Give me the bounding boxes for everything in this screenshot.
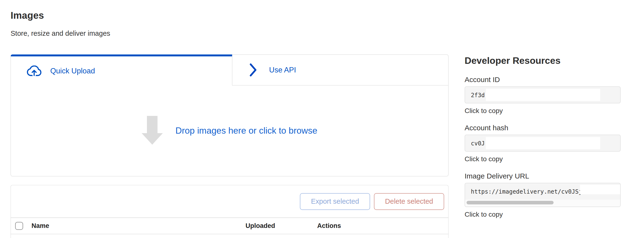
image-list-card: Export selected Delete selected Name Upl…	[10, 185, 448, 238]
chevron-right-icon	[250, 63, 256, 77]
developer-resources-panel: Developer Resources Account ID 2f3d Clic…	[464, 0, 621, 219]
select-all-checkbox[interactable]	[15, 222, 23, 230]
tab-quick-upload[interactable]: Quick Upload	[10, 54, 232, 85]
redaction-overlay	[486, 89, 600, 101]
account-hash-label: Account hash	[464, 123, 621, 132]
account-id-field[interactable]: 2f3d	[464, 86, 621, 103]
dropzone-text: Drop images here or click to browse	[175, 126, 317, 136]
image-delivery-url-label: Image Delivery URL	[464, 172, 621, 180]
column-header-uploaded: Uploaded	[246, 222, 317, 230]
export-selected-button[interactable]: Export selected	[300, 193, 370, 210]
tab-quick-upload-label: Quick Upload	[50, 67, 95, 75]
tab-use-api-label: Use API	[269, 66, 296, 74]
url-clipped-fragment: :	[620, 183, 621, 200]
redaction-overlay	[486, 137, 600, 149]
account-id-value: 2f3d	[471, 87, 485, 103]
account-hash-value: cv0J	[471, 135, 485, 152]
images-page: Images Store, resize and deliver images	[0, 0, 644, 238]
account-id-copy-hint: Click to copy	[464, 107, 621, 115]
tab-use-api[interactable]: Use API	[232, 54, 448, 85]
redaction-overlay	[580, 185, 620, 194]
horizontal-scrollbar	[465, 200, 620, 207]
account-hash-field[interactable]: cv0J	[464, 135, 621, 152]
cloud-upload-icon	[26, 66, 42, 77]
column-header-actions: Actions	[317, 222, 448, 230]
down-arrow-icon	[142, 116, 163, 146]
page-title: Images	[10, 9, 448, 21]
delete-selected-button[interactable]: Delete selected	[374, 193, 444, 210]
developer-resources-heading: Developer Resources	[464, 55, 621, 66]
column-header-name: Name	[32, 222, 246, 230]
scrollbar-thumb[interactable]	[466, 201, 554, 204]
image-delivery-url-copy-hint: Click to copy	[464, 210, 621, 219]
list-toolbar: Export selected Delete selected	[11, 185, 448, 218]
image-delivery-url-value: https://imagedelivery.net/cv0JSj	[471, 183, 582, 200]
dropzone[interactable]: Drop images here or click to browse	[10, 85, 448, 176]
image-delivery-url-field[interactable]: https://imagedelivery.net/cv0JSj :	[464, 183, 621, 207]
account-hash-copy-hint: Click to copy	[464, 155, 621, 163]
upload-tab-card: Quick Upload Use API Drop	[10, 54, 448, 176]
account-id-label: Account ID	[464, 75, 621, 84]
table-header-row: Name Uploaded Actions	[11, 218, 448, 234]
tab-row: Quick Upload Use API	[10, 54, 448, 85]
page-subtitle: Store, resize and deliver images	[10, 29, 448, 38]
main-column: Images Store, resize and deliver images	[10, 0, 448, 238]
